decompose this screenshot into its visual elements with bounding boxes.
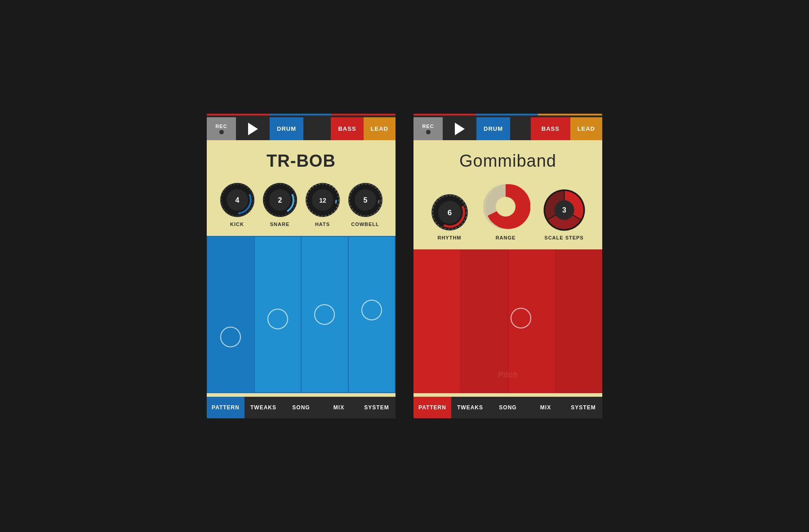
svg-text:5: 5 <box>363 196 367 204</box>
right-device-title: Gommiband <box>413 140 602 177</box>
hats-knob[interactable]: 12 <box>305 182 341 218</box>
play-button-right[interactable] <box>443 117 476 140</box>
rec-label-left: REC <box>215 124 227 129</box>
left-device: REC DRUM BASS LEAD TR-BOB <box>207 114 396 418</box>
pad-3[interactable] <box>302 237 348 392</box>
range-label: RANGE <box>496 235 516 240</box>
tab-drum-right[interactable]: DRUM <box>476 117 510 140</box>
scale-steps-knob[interactable]: 3 <box>543 189 586 231</box>
left-knobs-section: 4 KICK 2 SNARE <box>207 177 396 236</box>
tab-bass-left[interactable]: BASS <box>331 117 363 140</box>
right-device: REC DRUM BASS LEAD Gommiband <box>413 114 602 418</box>
rec-dot-right <box>426 130 431 134</box>
play-icon-right <box>455 123 465 135</box>
rec-dot-left <box>219 130 224 134</box>
svg-text:3: 3 <box>562 206 566 214</box>
red-col-4[interactable] <box>556 249 602 393</box>
footer-system-left[interactable]: SYSTEM <box>358 397 396 418</box>
range-knob[interactable] <box>481 182 530 231</box>
scale-steps-knob-container: 3 SCALE STEPS <box>543 189 586 240</box>
top-accent-bar-right <box>413 114 602 115</box>
right-knobs-section: 6 RHYTHM <box>413 177 602 249</box>
tab-bass-right[interactable]: BASS <box>531 117 570 140</box>
right-footer: PATTERN TWEAKS SONG MIX SYSTEM <box>413 397 602 418</box>
left-header: REC DRUM BASS LEAD <box>207 115 396 140</box>
pad-circle-1 <box>220 327 241 347</box>
play-button-left[interactable] <box>236 117 270 140</box>
red-pad-circle <box>511 308 531 328</box>
tab-drum-left[interactable]: DRUM <box>270 117 303 140</box>
pad-circle-2 <box>267 309 288 329</box>
divider-left <box>207 393 396 397</box>
rec-label-right: REC <box>422 124 434 129</box>
top-accent-bar <box>207 114 396 115</box>
left-pads-section <box>207 236 396 393</box>
svg-text:6: 6 <box>447 208 451 217</box>
snare-knob[interactable]: 2 <box>262 182 298 218</box>
rec-button-left[interactable]: REC <box>207 117 236 140</box>
pad-circle-3 <box>314 304 335 325</box>
svg-text:4: 4 <box>235 196 239 204</box>
footer-mix-right[interactable]: MIX <box>527 397 565 418</box>
pad-2[interactable] <box>255 237 301 392</box>
right-pads-section: Pitch <box>413 249 602 393</box>
pad-circle-4 <box>361 300 382 320</box>
footer-song-right[interactable]: SONG <box>489 397 527 418</box>
pad-1[interactable] <box>208 237 254 392</box>
footer-tweaks-right[interactable]: TWEAKS <box>451 397 489 418</box>
pitch-label: Pitch <box>498 370 518 380</box>
kick-knob[interactable]: 4 <box>219 182 255 218</box>
main-container: REC DRUM BASS LEAD TR-BOB <box>189 96 620 436</box>
divider-right <box>413 393 602 397</box>
footer-system-right[interactable]: SYSTEM <box>565 397 602 418</box>
rhythm-knob[interactable]: 6 <box>431 193 469 231</box>
snare-knob-container: 2 SNARE <box>262 182 298 227</box>
tab-lead-right[interactable]: LEAD <box>570 117 602 140</box>
rhythm-label: RHYTHM <box>437 235 461 240</box>
play-icon-left <box>248 123 258 135</box>
rhythm-knob-container: 6 RHYTHM <box>431 193 469 240</box>
hats-label: HATS <box>315 222 330 227</box>
cowbell-label: COWBELL <box>351 222 379 227</box>
footer-tweaks-left[interactable]: TWEAKS <box>244 397 282 418</box>
svg-point-26 <box>496 197 516 217</box>
kick-knob-container: 4 KICK <box>219 182 255 227</box>
kick-label: KICK <box>230 222 244 227</box>
footer-song-left[interactable]: SONG <box>282 397 320 418</box>
cowbell-knob-container: 5 COWBELL <box>347 182 383 227</box>
red-col-1[interactable] <box>413 249 461 393</box>
snare-label: SNARE <box>270 222 290 227</box>
left-device-title: TR-BOB <box>207 140 396 177</box>
rec-button-right[interactable]: REC <box>413 117 443 140</box>
footer-pattern-left[interactable]: PATTERN <box>207 397 244 418</box>
left-footer: PATTERN TWEAKS SONG MIX SYSTEM <box>207 397 396 418</box>
pad-4[interactable] <box>349 237 395 392</box>
scale-steps-label: SCALE STEPS <box>544 235 583 240</box>
footer-mix-left[interactable]: MIX <box>320 397 358 418</box>
cowbell-knob[interactable]: 5 <box>347 182 383 218</box>
tab-lead-left[interactable]: LEAD <box>364 117 396 140</box>
footer-pattern-right[interactable]: PATTERN <box>413 397 451 418</box>
hats-knob-container: 12 HATS <box>305 182 341 227</box>
right-header: REC DRUM BASS LEAD <box>413 115 602 140</box>
svg-text:2: 2 <box>278 196 282 204</box>
range-knob-container: RANGE <box>481 182 530 240</box>
svg-text:12: 12 <box>319 197 326 204</box>
